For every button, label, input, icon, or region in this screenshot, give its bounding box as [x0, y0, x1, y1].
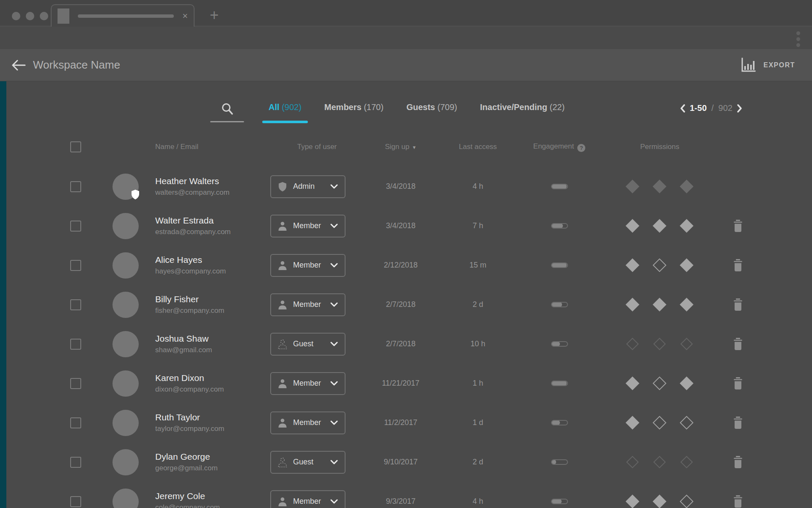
last-access: 4 h [438, 182, 518, 191]
column-sign-up[interactable]: Sign up▼ [364, 143, 438, 151]
permission-diamond-icon [625, 416, 639, 430]
delete-user-button[interactable] [729, 335, 747, 353]
previous-page-button[interactable] [680, 104, 685, 113]
row-checkbox[interactable] [70, 457, 81, 468]
permission-toggle[interactable] [650, 414, 669, 432]
member-person-icon [278, 497, 287, 507]
permission-toggle[interactable] [623, 256, 642, 275]
tab-members[interactable]: Members (170) [318, 102, 390, 123]
permissions-group [601, 256, 719, 275]
select-all-checkbox[interactable] [70, 141, 81, 152]
permission-toggle[interactable] [623, 335, 642, 353]
user-type-dropdown[interactable]: Member [270, 293, 346, 316]
permission-diamond-icon [680, 494, 694, 508]
trash-icon [732, 417, 743, 429]
user-type-dropdown[interactable]: Guest [270, 451, 346, 474]
permission-toggle[interactable] [623, 453, 642, 472]
tab-all[interactable]: All (902) [262, 102, 308, 123]
trash-icon [732, 259, 743, 272]
user-type-dropdown[interactable]: Member [270, 215, 346, 237]
user-type-label: Guest [293, 458, 313, 467]
back-button[interactable] [10, 57, 27, 74]
delete-user-button[interactable] [729, 453, 747, 472]
user-type-dropdown[interactable]: Guest [270, 333, 346, 356]
window-minimize-button[interactable] [26, 12, 34, 20]
delete-user-button[interactable] [729, 295, 747, 314]
pagination-range: 1-50 [690, 103, 707, 113]
delete-user-button[interactable] [729, 217, 747, 235]
member-person-icon [278, 300, 287, 310]
delete-user-button[interactable] [729, 374, 747, 393]
tab-close-icon[interactable]: × [182, 11, 188, 21]
permission-toggle[interactable] [650, 217, 669, 235]
permission-toggle[interactable] [677, 414, 696, 432]
row-checkbox[interactable] [70, 299, 81, 310]
user-type-dropdown[interactable]: Member [270, 490, 346, 508]
row-checkbox[interactable] [70, 417, 81, 428]
permission-toggle[interactable] [650, 492, 669, 508]
row-checkbox[interactable] [70, 496, 81, 507]
permission-toggle[interactable] [623, 177, 642, 196]
permission-toggle[interactable] [650, 335, 669, 353]
search-field[interactable] [210, 102, 244, 122]
chevron-down-icon [330, 224, 338, 228]
permission-toggle[interactable] [623, 374, 642, 393]
row-checkbox[interactable] [70, 339, 81, 350]
pagination: 1-50 / 902 [680, 103, 742, 113]
row-checkbox[interactable] [70, 378, 81, 389]
chevron-down-icon [330, 499, 338, 504]
engagement-fill [551, 381, 567, 386]
row-checkbox[interactable] [70, 221, 81, 232]
permission-toggle[interactable] [677, 177, 696, 196]
window-controls [12, 12, 48, 20]
user-type-dropdown[interactable]: Admin [270, 175, 346, 198]
permission-toggle[interactable] [677, 492, 696, 508]
browser-menu-icon[interactable] [796, 31, 800, 47]
delete-user-button[interactable] [729, 414, 747, 432]
permission-toggle[interactable] [677, 453, 696, 472]
delete-user-button[interactable] [729, 256, 747, 275]
permissions-group [601, 217, 719, 235]
permission-toggle[interactable] [623, 414, 642, 432]
tab-inactive-pending[interactable]: Inactive/Pending (22) [474, 102, 571, 123]
permission-toggle[interactable] [677, 217, 696, 235]
user-type-dropdown[interactable]: Member [270, 411, 346, 434]
permission-toggle[interactable] [677, 295, 696, 314]
permission-toggle[interactable] [623, 217, 642, 235]
last-access: 1 h [438, 379, 518, 388]
permission-toggle[interactable] [677, 374, 696, 393]
tab-guests[interactable]: Guests (709) [400, 102, 464, 123]
export-button[interactable]: EXPORT [740, 49, 795, 81]
user-type-label: Member [293, 261, 321, 270]
browser-tab[interactable]: × [51, 4, 195, 27]
user-type-dropdown[interactable]: Member [270, 254, 346, 277]
permission-toggle[interactable] [677, 335, 696, 353]
window-maximize-button[interactable] [40, 12, 48, 20]
help-icon[interactable]: ? [577, 144, 585, 152]
user-type-dropdown[interactable]: Member [270, 372, 346, 395]
permission-toggle[interactable] [650, 374, 669, 393]
new-tab-button[interactable]: + [210, 8, 219, 23]
row-checkbox[interactable] [70, 181, 81, 192]
permission-toggle[interactable] [623, 295, 642, 314]
signup-date: 11/21/2017 [364, 379, 438, 388]
engagement-fill [551, 184, 567, 189]
chevron-right-icon [737, 104, 742, 113]
permission-toggle[interactable] [623, 492, 642, 508]
browser-tab-bar: × + [0, 0, 812, 26]
next-page-button[interactable] [737, 104, 742, 113]
window-close-button[interactable] [12, 12, 20, 20]
row-checkbox[interactable] [70, 260, 81, 271]
permission-toggle[interactable] [650, 256, 669, 275]
permission-toggle[interactable] [650, 295, 669, 314]
avatar [112, 370, 139, 397]
permission-toggle[interactable] [650, 453, 669, 472]
export-label: EXPORT [763, 61, 795, 69]
permission-toggle[interactable] [650, 177, 669, 196]
avatar-circle [112, 449, 139, 475]
delete-user-button[interactable] [729, 492, 747, 508]
signup-date: 9/10/2017 [364, 458, 438, 467]
permission-diamond-icon [626, 338, 639, 351]
engagement-fill [551, 420, 560, 425]
permission-toggle[interactable] [677, 256, 696, 275]
